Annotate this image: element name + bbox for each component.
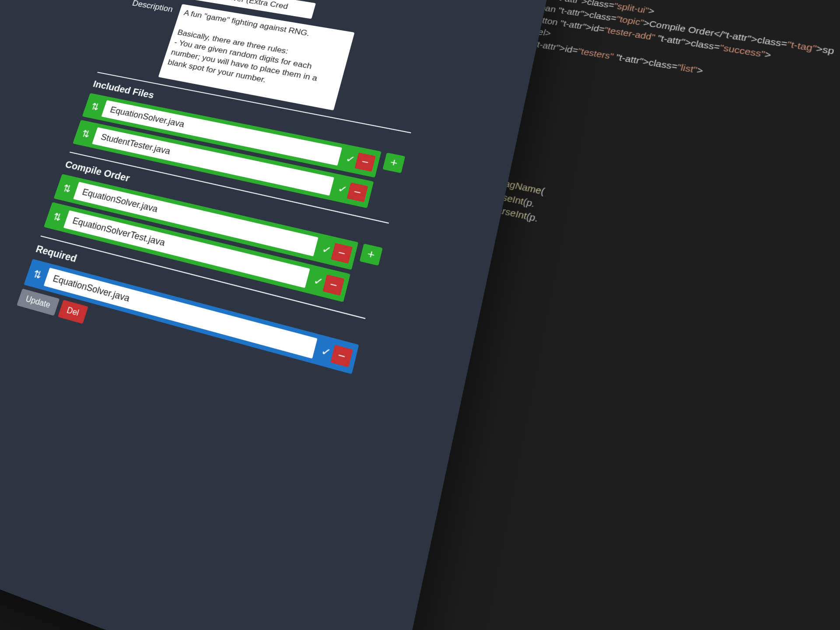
description-label: Description xyxy=(120,0,182,15)
drag-handle-icon[interactable]: ⇅ xyxy=(60,182,74,195)
remove-button[interactable]: − xyxy=(330,345,353,367)
compile-add-button[interactable]: + xyxy=(360,244,383,266)
file-manager: File Manager Name Description Included F… xyxy=(17,0,444,398)
remove-button[interactable]: − xyxy=(323,274,345,295)
remove-button[interactable]: − xyxy=(355,152,376,172)
remove-button[interactable]: − xyxy=(331,243,353,263)
remove-button[interactable]: − xyxy=(347,182,368,202)
delete-button[interactable]: Del xyxy=(58,300,88,324)
included-add-button[interactable]: + xyxy=(382,153,405,173)
drag-handle-icon[interactable]: ⇅ xyxy=(50,210,65,224)
drag-handle-icon[interactable]: ⇅ xyxy=(88,100,102,113)
drag-handle-icon[interactable]: ⇅ xyxy=(78,127,93,140)
drag-handle-icon[interactable]: ⇅ xyxy=(30,267,45,281)
